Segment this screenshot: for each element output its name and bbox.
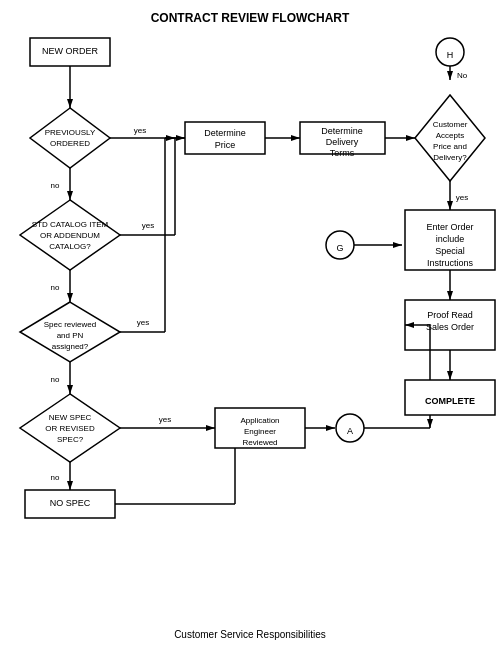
determine-delivery-label1: Determine (321, 126, 363, 136)
customer-accepts-label2: Accepts (436, 131, 464, 140)
new-spec-label1: NEW SPEC (49, 413, 92, 422)
customer-accepts-label3: Price and (433, 142, 467, 151)
determine-delivery-label3: Terms (330, 148, 355, 158)
no-spec-label: NO SPEC (50, 498, 91, 508)
determine-price-label1: Determine (204, 128, 246, 138)
enter-order-label3: Special (435, 246, 465, 256)
determine-delivery-label2: Delivery (326, 137, 359, 147)
app-engineer-label3: Reviewed (242, 438, 277, 447)
previously-ordered-label2: ORDERED (50, 139, 90, 148)
no-label-1: no (51, 181, 60, 190)
std-catalog-label1: STD CATALOG ITEM (32, 220, 109, 229)
proof-read-label2: Sales Order (426, 322, 474, 332)
no-label-2: no (51, 283, 60, 292)
new-spec-label2: OR REVISED (45, 424, 95, 433)
app-engineer-label1: Application (240, 416, 279, 425)
flowchart-container: CONTRACT REVIEW FLOWCHART NEW ORDER PREV… (0, 0, 500, 654)
new-order-label: NEW ORDER (42, 46, 99, 56)
std-catalog-label2: OR ADDENDUM (40, 231, 100, 240)
connector-a-label: A (347, 426, 353, 436)
previously-ordered-label: PREVIOUSLY (45, 128, 96, 137)
app-engineer-label2: Engineer (244, 427, 276, 436)
spec-reviewed-label3: assigned? (52, 342, 89, 351)
enter-order-label2: include (436, 234, 465, 244)
yes-label-3: yes (137, 318, 149, 327)
complete-label: COMPLETE (425, 396, 475, 406)
proof-read-label1: Proof Read (427, 310, 473, 320)
spec-reviewed-label1: Spec reviewed (44, 320, 96, 329)
customer-accepts-label1: Customer (433, 120, 468, 129)
customer-accepts-label4: Delivery? (433, 153, 467, 162)
previously-ordered-diamond (30, 108, 110, 168)
determine-price-label2: Price (215, 140, 236, 150)
no-label-h: No (457, 71, 468, 80)
footer-label: Customer Service Responsibilities (174, 629, 326, 640)
chart-title: CONTRACT REVIEW FLOWCHART (151, 11, 350, 25)
std-catalog-label3: CATALOG? (49, 242, 91, 251)
yes-label-4: yes (159, 415, 171, 424)
yes-label-1: yes (134, 126, 146, 135)
enter-order-label4: Instructions (427, 258, 474, 268)
enter-order-label1: Enter Order (426, 222, 473, 232)
spec-reviewed-label2: and PN (57, 331, 84, 340)
no-label-3: no (51, 375, 60, 384)
yes-label-2: yes (142, 221, 154, 230)
no-label-4: no (51, 473, 60, 482)
yes-label-customer: yes (456, 193, 468, 202)
connector-g-label: G (336, 243, 343, 253)
new-spec-label3: SPEC? (57, 435, 84, 444)
connector-h-label: H (447, 50, 454, 60)
